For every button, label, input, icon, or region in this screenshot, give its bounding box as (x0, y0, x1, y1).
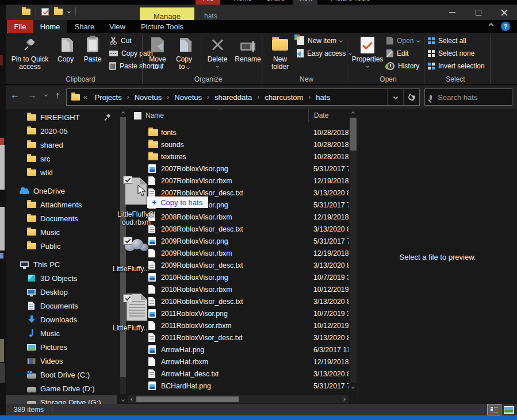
qat-new-folder-icon[interactable] (54, 9, 63, 15)
file-row[interactable]: BCHardHat.png 5/31/2017 7 (128, 380, 349, 392)
paste-button[interactable]: Paste (79, 34, 106, 75)
sidebar-item[interactable]: Documents (6, 299, 117, 313)
file-row[interactable]: sounds 10/28/2018 (128, 138, 349, 151)
breadcrumb-segment[interactable]: Novetus › (174, 93, 215, 102)
sidebar-item[interactable]: shared (6, 138, 117, 152)
file-row[interactable]: 2010RobloxVisor.png 10/7/2019 3 (128, 271, 349, 283)
column-header-date[interactable]: Date (314, 111, 328, 120)
sidebar-item[interactable]: Desktop (6, 285, 117, 299)
file-row[interactable]: 2007RobloxVisor.png 5/31/2017 7 (128, 163, 349, 175)
scroll-up-arrow[interactable] (349, 109, 358, 117)
scrollbar-thumb[interactable] (136, 396, 239, 402)
file-row[interactable]: 2011RobloxVisor_desc.txt 3/13/2020 8 (128, 332, 349, 344)
breadcrumb-separator-icon[interactable]: › (122, 93, 135, 101)
sidebar-item[interactable]: Attachments (6, 198, 117, 211)
rename-button[interactable]: Rename (232, 34, 263, 75)
column-header-name[interactable]: Name (145, 111, 164, 120)
sidebar-scrollbar[interactable] (118, 109, 128, 404)
up-button[interactable]: ↑ (55, 90, 60, 101)
breadcrumb-segment[interactable]: Novetus › (135, 93, 175, 102)
file-row[interactable]: textures 10/28/2018 (128, 151, 349, 163)
qat-folder-icon[interactable] (22, 9, 30, 15)
large-icons-view-button[interactable] (501, 404, 516, 415)
sidebar-item[interactable]: This PC (6, 257, 117, 271)
search-input[interactable] (436, 93, 517, 102)
help-button[interactable]: ? (501, 22, 510, 31)
scrollbar-track[interactable] (350, 117, 357, 383)
qat-customize-chevron-icon[interactable] (67, 10, 71, 13)
move-to-button[interactable]: Move to (145, 34, 170, 75)
recent-locations-chevron-icon[interactable] (44, 93, 48, 97)
file-row[interactable]: 2009RobloxVisor_desc.txt 3/13/2020 8 (128, 259, 349, 271)
sidebar-item[interactable]: Game Drive (D:) (6, 382, 117, 395)
scrollbar-thumb[interactable] (350, 118, 357, 151)
breadcrumb-segment[interactable]: charcustom › (265, 93, 316, 102)
pin-to-quick-access-button[interactable]: Pin to Quickaccess (8, 34, 52, 75)
file-row[interactable]: ArrowHat.rbxm 12/19/2018 (128, 356, 349, 368)
sidebar-item[interactable]: Documents (6, 211, 117, 225)
scroll-up-arrow[interactable] (118, 109, 128, 117)
file-row[interactable]: 2009RobloxVisor.rbxm 12/19/2018 (128, 247, 349, 259)
qat-properties-icon[interactable] (41, 8, 49, 16)
delete-button[interactable]: Delete (204, 34, 231, 75)
sidebar-item[interactable]: Music (6, 326, 117, 340)
scroll-down-arrow[interactable] (349, 383, 358, 391)
easy-access-button[interactable]: Easy access (297, 48, 351, 58)
copy-to-button[interactable]: Copy to (171, 34, 197, 75)
sidebar-item[interactable]: Public (6, 239, 117, 253)
address-dropdown-button[interactable] (387, 89, 403, 105)
select-all-checkbox[interactable] (134, 112, 141, 120)
new-folder-button[interactable]: Newfolder (266, 34, 294, 75)
file-row[interactable]: 2011RobloxVisor.rbxm 10/12/2019 (128, 319, 349, 332)
sidebar-item[interactable]: Pictures (6, 340, 117, 354)
invert-selection-button[interactable]: Invert selection (428, 61, 485, 71)
open-button[interactable]: Open (386, 36, 419, 45)
properties-button[interactable]: Properties (350, 34, 385, 75)
sidebar-item[interactable]: Boot Drive (C:) (6, 368, 117, 382)
address-breadcrumb-bar[interactable]: « Projects › Novetus › Novetus › sharedd… (66, 88, 420, 106)
breadcrumb-segment[interactable]: shareddata › (215, 93, 265, 102)
select-all-button[interactable]: Select all (428, 36, 485, 45)
tab-file[interactable]: File (7, 20, 33, 33)
sidebar-item[interactable]: Videos (6, 354, 117, 368)
sidebar-item[interactable]: src (6, 152, 117, 165)
file-list-scrollbar[interactable] (349, 109, 358, 395)
file-row[interactable]: 2008RobloxVisor_desc.txt 3/13/2020 8 (128, 223, 349, 235)
breadcrumb-segment[interactable]: Projects › (95, 93, 135, 102)
sidebar-item[interactable]: 2020-05 (6, 124, 117, 138)
close-button[interactable] (491, 5, 517, 20)
refresh-button[interactable] (403, 89, 419, 105)
breadcrumb-separator-icon[interactable]: › (303, 93, 316, 101)
file-row[interactable]: ArrowHat.png 6/3/2017 11 (128, 344, 349, 356)
column-divider[interactable] (308, 109, 309, 122)
sidebar-item[interactable]: Music (6, 225, 117, 239)
tab-picture-tools[interactable]: Picture Tools (134, 20, 190, 33)
minimize-button[interactable] (439, 5, 465, 20)
edit-button[interactable]: Edit (386, 48, 419, 58)
new-item-button[interactable]: New item (297, 36, 351, 45)
tab-home[interactable]: Home (33, 20, 67, 33)
tab-share[interactable]: Share (67, 20, 102, 33)
maximize-button[interactable] (465, 5, 491, 20)
file-row[interactable]: 2008RobloxVisor.rbxm 12/19/2018 (128, 211, 349, 223)
file-row[interactable]: 2009RobloxVisor.png 5/31/2017 7 (128, 235, 349, 247)
copy-button[interactable]: Copy (53, 34, 78, 75)
file-row[interactable]: 2010RobloxVisor_desc.txt 3/13/2020 8 (128, 295, 349, 307)
scroll-down-arrow[interactable] (118, 396, 128, 404)
back-button[interactable]: ← (10, 90, 20, 101)
breadcrumb-segment[interactable]: hats › (316, 93, 330, 102)
sidebar-item[interactable]: Downloads (6, 313, 117, 326)
details-view-button[interactable] (487, 404, 501, 415)
sidebar-item[interactable]: 3D Objects (6, 271, 117, 285)
file-row[interactable]: 2011RobloxVisor.png 10/7/2019 3 (128, 307, 349, 319)
breadcrumb-separator-icon[interactable]: › (202, 93, 215, 101)
tab-view[interactable]: View (102, 20, 132, 33)
file-list-horizontal-scrollbar[interactable] (128, 395, 349, 403)
sidebar-item[interactable]: OneDrive (6, 184, 117, 198)
file-row[interactable]: fonts 10/28/2018 (128, 126, 349, 138)
file-row[interactable]: 2010RobloxVisor.rbxm 10/12/2019 (128, 283, 349, 295)
breadcrumb-separator-icon[interactable]: › (162, 93, 174, 101)
file-row[interactable]: 2007RobloxVisor.rbxm 12/19/2018 (128, 175, 349, 187)
search-box[interactable] (424, 88, 512, 106)
file-row[interactable]: ArrowHat_desc.txt 3/13/2020 8 (128, 368, 349, 380)
